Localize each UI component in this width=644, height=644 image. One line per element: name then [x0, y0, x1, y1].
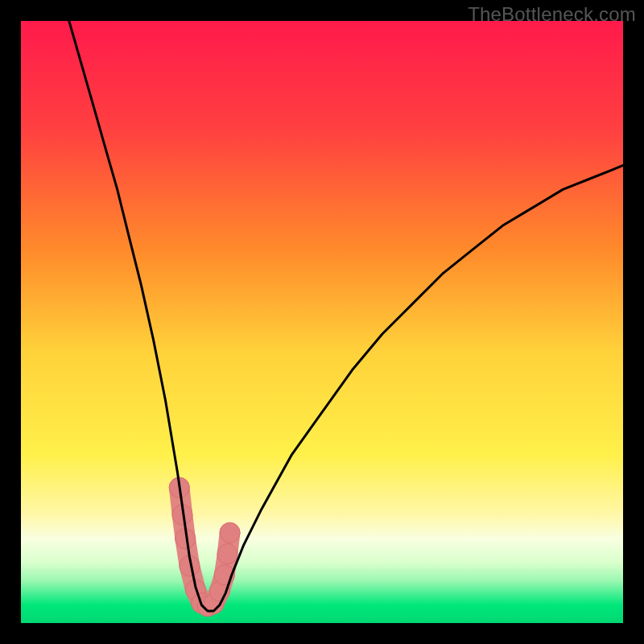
gradient-background — [21, 21, 623, 623]
svg-point-10 — [217, 543, 237, 564]
svg-point-11 — [220, 522, 240, 543]
plot-area — [21, 21, 623, 623]
watermark-text: TheBottleneck.com — [468, 3, 636, 26]
chart-svg — [21, 21, 623, 623]
chart-frame: TheBottleneck.com — [0, 0, 644, 644]
